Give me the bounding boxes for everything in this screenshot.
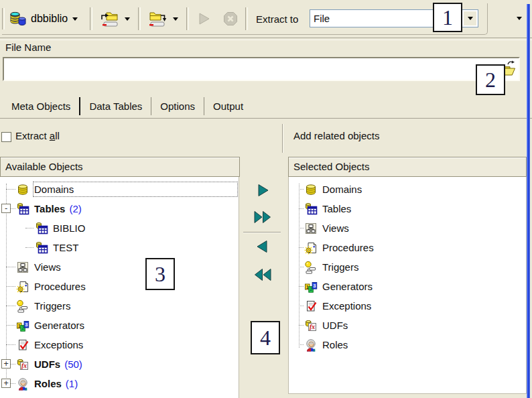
window-right-border — [527, 4, 530, 398]
stop-extract-button[interactable] — [220, 5, 241, 32]
tree-item-label: Triggers — [34, 300, 70, 312]
arrow-double-left-icon — [252, 268, 273, 281]
generator-icon — [16, 319, 29, 332]
available-objects-header: Available Objects — [0, 157, 240, 177]
chevron-down-icon — [468, 17, 473, 20]
toolbar-separator — [245, 7, 248, 30]
tree-item-views[interactable]: Views — [289, 218, 526, 238]
tree-item-triggers[interactable]: Triggers — [0, 296, 239, 316]
save-to-file-button[interactable] — [146, 5, 181, 32]
move-all-left-button[interactable] — [252, 267, 273, 283]
file-name-label: File Name — [5, 42, 51, 53]
tree-item-label: Views — [34, 261, 61, 273]
move-all-right-button[interactable] — [252, 209, 273, 225]
options-divider — [282, 124, 283, 153]
trigger-icon — [304, 261, 318, 274]
tree-item-label: Roles — [322, 339, 348, 350]
toolbar-separator — [90, 7, 92, 30]
table-icon — [16, 202, 29, 216]
stop-icon — [222, 11, 239, 27]
table-icon — [35, 241, 48, 255]
tree-item-count: (1) — [66, 378, 78, 389]
toolbar-divider — [0, 38, 532, 40]
start-extract-button[interactable] — [194, 5, 214, 32]
tree-item-tables[interactable]: - Tables(2) — [0, 199, 239, 218]
tree-item-label: Domains — [322, 184, 362, 195]
domain-icon — [304, 183, 318, 196]
file-name-field — [3, 57, 520, 81]
tree-item-label: UDFs — [34, 358, 60, 370]
tree-item-domains[interactable]: Domains — [289, 180, 526, 199]
udf-icon — [16, 358, 29, 371]
tab-options[interactable]: Options — [151, 97, 204, 115]
tab-meta-objects[interactable]: Meta Objects — [3, 97, 80, 115]
toolbar-separator — [186, 7, 189, 30]
tree-item-tables[interactable]: Tables — [289, 199, 526, 218]
role-icon — [304, 338, 318, 352]
tree-item-label: TEST — [53, 242, 78, 253]
extract-all-checkbox[interactable] — [1, 132, 11, 142]
expander-toggle[interactable]: + — [1, 359, 11, 369]
move-selected-left-button[interactable] — [252, 239, 273, 255]
exception-icon — [16, 338, 29, 352]
toolbar-grip — [2, 8, 5, 29]
tree-item-roles[interactable]: Roles — [289, 335, 526, 354]
tree-item-domains[interactable]: Domains — [0, 180, 239, 199]
domain-icon — [16, 183, 29, 196]
tree-item-generators[interactable]: Generators — [0, 316, 239, 335]
view-icon — [16, 261, 29, 274]
tree-item-label: Triggers — [322, 261, 358, 273]
tree-item-generators[interactable]: Generators — [289, 277, 526, 296]
file-name-input[interactable] — [5, 60, 497, 80]
extract-all-label: Extract all — [15, 130, 60, 141]
selected-objects-header: Selected Objects — [288, 157, 527, 177]
callout-3: 3 — [145, 258, 175, 290]
tree-item-label: UDFs — [322, 320, 348, 331]
tree-item-udfs[interactable]: UDFs — [289, 316, 526, 335]
tree-item-label: BIBLIO — [53, 222, 85, 234]
tree-item-label: Exceptions — [322, 300, 371, 312]
tree-item-views[interactable]: Views — [0, 257, 239, 277]
tree-item-roles[interactable]: + Roles(1) — [0, 374, 239, 393]
tab-data-tables[interactable]: Data Tables — [80, 97, 151, 115]
extract-to-label: Extract to — [256, 13, 298, 25]
role-icon — [16, 377, 29, 391]
tree-item-label: Views — [322, 222, 349, 234]
toolbar-overflow-button[interactable] — [515, 19, 523, 31]
move-selected-right-button[interactable] — [252, 182, 273, 198]
tree-item-exceptions[interactable]: Exceptions — [289, 296, 526, 316]
transfer-divider — [243, 232, 281, 233]
tree-item-label: Generators — [322, 281, 373, 292]
tree-item-biblio[interactable]: BIBLIO — [0, 218, 239, 238]
tree-item-procedures[interactable]: Procedures — [0, 277, 239, 296]
selected-objects-tree[interactable]: Domains Tables Views Procedures Triggers… — [288, 177, 527, 394]
table-icon — [35, 222, 48, 235]
load-from-file-button[interactable] — [98, 5, 133, 32]
expander-toggle[interactable]: - — [1, 204, 11, 213]
chevron-down-icon — [125, 17, 130, 21]
folder-import-icon — [101, 10, 119, 27]
extract-to-dropdown-button[interactable] — [463, 11, 477, 26]
tab-bar: Meta Objects Data Tables Options Output — [3, 95, 252, 117]
arrow-left-icon — [252, 240, 273, 253]
tree-item-count: (50) — [64, 358, 82, 370]
arrow-double-right-icon — [252, 210, 273, 224]
tree-item-triggers[interactable]: Triggers — [289, 257, 526, 277]
tree-item-test[interactable]: TEST — [0, 238, 239, 257]
tree-item-label: Tables — [34, 203, 65, 214]
expander-toggle[interactable]: + — [1, 379, 11, 388]
procedure-icon — [16, 280, 29, 293]
exception-icon — [304, 300, 318, 313]
chevron-down-icon — [72, 17, 78, 21]
database-menu-button[interactable]: dbbiblio — [7, 5, 88, 32]
tab-bar-divider — [0, 118, 532, 119]
available-objects-tree[interactable]: Domains - Tables(2) BIBLIO TEST Views — [0, 177, 239, 398]
databases-icon — [9, 11, 27, 27]
tree-item-procedures[interactable]: Procedures — [289, 238, 526, 257]
toolbar-separator — [138, 7, 141, 30]
tree-item-udfs[interactable]: + UDFs(50) — [0, 354, 239, 374]
chevron-down-icon — [173, 17, 178, 21]
tab-output[interactable]: Output — [204, 97, 252, 115]
tree-item-exceptions[interactable]: Exceptions — [0, 335, 239, 354]
udf-icon — [304, 319, 318, 332]
